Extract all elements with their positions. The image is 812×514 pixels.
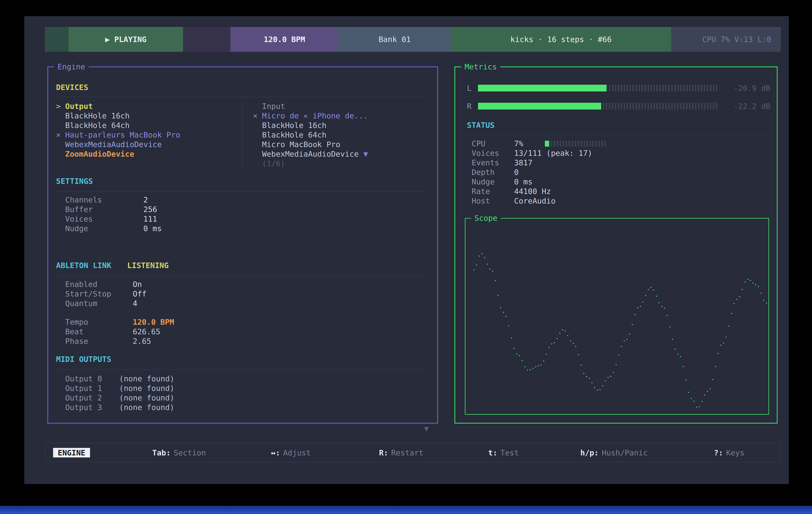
device-item-output-header[interactable]: > Output (56, 101, 242, 111)
metrics-panel: Metrics L -20.9 dB R -22.2 dB STATUS CPU (455, 66, 778, 424)
scope-dot (659, 302, 660, 303)
chevron-down-icon[interactable]: ▼ (363, 149, 368, 159)
scope-panel: Scope (465, 218, 769, 415)
device-item-active[interactable]: × Haut-parleurs MacBook Pro (56, 130, 242, 140)
transport-accent-block (45, 27, 68, 52)
scope-dot (487, 264, 488, 265)
device-item[interactable]: BlackHole 16ch (253, 121, 368, 130)
scope-dot (495, 280, 496, 281)
scope-dot (581, 365, 582, 366)
scope-dot (586, 376, 587, 377)
meter-left: L -20.9 dB (467, 82, 771, 94)
device-item-active[interactable]: × Micro de « iPhone de... (253, 111, 368, 121)
scope-dot (505, 316, 506, 317)
footer-keybar: ENGINE Tab:Section ↔:Adjust R:Restart t:… (45, 443, 781, 462)
midi-output-row[interactable]: Output 1 (none found) (56, 384, 428, 393)
desktop-edge-strip (0, 506, 812, 514)
scope-dot (736, 299, 737, 300)
scope-dot (605, 381, 606, 382)
scope-dot (763, 300, 764, 301)
scope-dot (675, 349, 676, 350)
scope-dot (616, 364, 617, 365)
scope-dot (482, 253, 483, 254)
scope-dot (543, 360, 544, 361)
scope-dot (503, 312, 504, 313)
scope-dot (686, 380, 687, 381)
scope-dot (635, 314, 636, 315)
scope-dot (529, 369, 531, 370)
device-item[interactable]: WebexMediaAudioDevice (56, 140, 242, 149)
scope-dot (556, 338, 558, 339)
meter-db-value: -20.9 dB (734, 84, 771, 93)
active-x-icon: × (56, 130, 65, 140)
scope-dot (702, 401, 703, 402)
scope-dot (559, 333, 560, 334)
status-separator (467, 134, 771, 135)
scope-dot (750, 280, 751, 281)
scope-dot (567, 335, 568, 336)
meter-fill (478, 103, 601, 110)
status-row-rate: Rate 44100 Hz (467, 186, 771, 196)
top-status-bar: ▶ PLAYING 120.0 BPM Bank 01 kicks · 16 s… (45, 27, 781, 52)
scope-dot (591, 382, 592, 383)
device-item[interactable]: Micro MacBook Pro (253, 140, 368, 149)
key-hint-hush-panic: h/p:Hush/Panic (580, 448, 648, 457)
scope-dot (734, 303, 735, 304)
setting-row-voices: Voices 111 (56, 214, 428, 224)
scroll-more-icon[interactable]: ▼ (424, 424, 429, 433)
status-row-cpu: CPU 7% (467, 139, 771, 148)
meter-fill (478, 85, 606, 91)
scope-dot (677, 354, 678, 355)
scope-dot (742, 289, 743, 290)
device-item[interactable]: BlackHole 64ch (56, 121, 242, 130)
transport-status: ▶ PLAYING (68, 27, 183, 52)
scope-dot (508, 325, 509, 326)
scope-dot (696, 406, 697, 408)
midi-output-row[interactable]: Output 2 (none found) (56, 393, 428, 402)
scope-dot (497, 295, 499, 296)
device-item[interactable]: ZoomAudioDevice (56, 149, 242, 159)
scope-dot (669, 326, 670, 328)
scope-dot (661, 306, 662, 307)
midi-output-row[interactable]: Output 0 (none found) (56, 374, 428, 384)
scope-dot (745, 281, 746, 282)
scope-plot (465, 219, 768, 414)
scope-dot (613, 372, 614, 373)
scope-dot (570, 340, 571, 341)
scope-dot (589, 378, 590, 379)
settings-separator (56, 191, 428, 192)
meter-right: R -22.2 dB (467, 100, 771, 113)
device-item[interactable]: WebexMediaAudioDevice ▼ (253, 149, 368, 159)
scope-dot (629, 334, 630, 335)
scope-dot (707, 391, 708, 392)
scope-dot (645, 295, 646, 296)
key-hint-tab: Tab:Section (152, 448, 206, 457)
scope-dot (562, 329, 563, 330)
meter-track (478, 85, 718, 91)
status-heading: STATUS (467, 119, 771, 131)
midi-output-row[interactable]: Output 3 (none found) (56, 402, 428, 412)
scope-dot (726, 337, 727, 338)
scope-dot (704, 395, 705, 396)
engine-panel-title: Engine (54, 61, 89, 73)
device-item[interactable]: BlackHole 64ch (253, 130, 368, 140)
scope-dot (575, 346, 576, 347)
scope-dot (739, 296, 740, 297)
scope-dot (731, 313, 732, 314)
setting-row-channels: Channels 2 (56, 195, 428, 205)
scope-dot (541, 364, 542, 365)
device-item[interactable]: BlackHole 16ch (56, 111, 242, 121)
level-meters: L -20.9 dB R -22.2 dB (467, 82, 771, 113)
bpm-display: 120.0 BPM (230, 27, 339, 52)
scope-dot (597, 390, 598, 391)
scope-dot (718, 353, 719, 354)
scope-dot (653, 290, 654, 291)
scope-dot (667, 315, 668, 316)
topbar-spacer-segment (183, 27, 230, 52)
scope-dot (532, 368, 533, 369)
meter-track (478, 103, 718, 110)
scope-dot (715, 366, 716, 367)
scope-dot (516, 354, 517, 355)
scope-dot (621, 346, 622, 347)
device-columns: > Output BlackHole 16ch BlackHole 64ch ×… (56, 101, 428, 168)
